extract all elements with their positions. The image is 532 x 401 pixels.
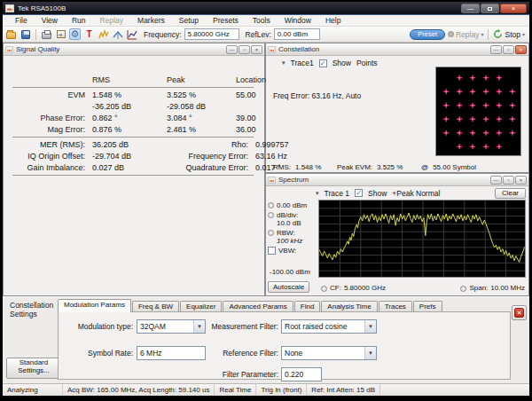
tek-app-icon <box>5 4 14 12</box>
cf-spinner-icon[interactable] <box>321 286 327 292</box>
detector-label[interactable]: +Peak Normal <box>392 189 440 198</box>
signal-quality-titlebar[interactable]: Signal Quality — ▫ × <box>4 43 264 56</box>
status-bar: Analyzing Acq BW: 165.00 MHz, Acq Length… <box>3 383 529 396</box>
stop-refresh-icon <box>493 29 503 39</box>
trigger-icon[interactable]: T <box>83 28 95 40</box>
panel-minimize-button[interactable]: — <box>490 45 502 54</box>
ref-level-spinner-icon[interactable] <box>268 202 274 208</box>
cf-value[interactable]: 5.80000 GHz <box>344 284 386 292</box>
rms-label: RMS: <box>273 163 291 171</box>
dropdown-arrow-icon: ▼ <box>364 320 376 333</box>
rbw-spinner-icon[interactable] <box>268 230 274 236</box>
symbol-rate-input[interactable]: 6 MHz <box>137 346 206 360</box>
constellation-title: Constellation <box>278 45 319 53</box>
reference-filter-select[interactable]: None ▼ <box>281 346 377 360</box>
vbw-checkbox[interactable]: ✓ <box>268 247 276 255</box>
dbdiv-spinner-icon[interactable] <box>268 212 274 218</box>
panel-maximize-button[interactable]: ▫ <box>503 45 514 54</box>
panel-maximize-button[interactable]: ▫ <box>503 176 514 185</box>
status-acq: Acq BW: 165.00 MHz, Acq Length: 59.140 u… <box>63 384 215 396</box>
span-value[interactable]: 10.00 MHz <box>490 284 525 292</box>
trace-selector[interactable]: Trace 1 <box>325 189 350 198</box>
panel-icon <box>268 177 276 184</box>
toolbar-separator <box>35 29 36 40</box>
tab-modulation-params[interactable]: Modulation Params <box>58 299 131 312</box>
stop-dropdown-icon[interactable]: ▾ <box>522 31 525 37</box>
menu-tools[interactable]: Tools <box>246 16 278 25</box>
menu-presets[interactable]: Presets <box>206 16 246 25</box>
trace-selector[interactable]: Trace1 <box>291 59 314 67</box>
top-ref-value[interactable]: 0.00 dBm <box>277 201 307 209</box>
main-area: Signal Quality — ▫ × RMS Peak Location <box>3 43 529 296</box>
constellation-footer: RMS: 1.548 % Peak EVM: 3.525 % @ 55.00 S… <box>273 163 525 171</box>
chevron-down-icon[interactable]: ▾ <box>316 190 319 197</box>
filter-parameter-label: Filter Parameter: <box>200 370 278 379</box>
menu-markers[interactable]: Markers <box>130 16 172 25</box>
settings-gear-icon[interactable]: ⚙ <box>69 28 81 40</box>
restore-button[interactable] <box>481 4 499 13</box>
stop-button[interactable]: Stop ▾ <box>493 29 525 39</box>
settings-panel-label: Constellation Settings <box>10 301 58 318</box>
constellation-plot[interactable] <box>435 67 521 156</box>
frequency-input[interactable]: 5.80000 GHz <box>184 28 239 40</box>
reflev-input[interactable]: 0.00 dBm <box>274 28 320 40</box>
menu-window[interactable]: Window <box>278 16 318 25</box>
menu-bar: File View Run Replay Markers Setup Prese… <box>3 15 529 27</box>
menu-run[interactable]: Run <box>65 16 93 25</box>
status-realtime: Real Time <box>215 384 256 396</box>
menu-view[interactable]: View <box>35 16 65 25</box>
table-row: EVM 1.548 % 3.525 % 55.00 -36.205 dB -29… <box>12 90 254 134</box>
title-bar: Tek RSA5100B — × <box>3 2 529 15</box>
spectrum-display-icon[interactable] <box>98 28 109 40</box>
close-settings-button[interactable]: × <box>512 305 527 320</box>
show-checkbox[interactable]: ✓ <box>355 189 363 197</box>
dbdiv-value[interactable]: 10.0 dB <box>277 219 301 227</box>
menu-help[interactable]: Help <box>318 16 348 25</box>
print-icon[interactable] <box>41 28 52 40</box>
panel-minimize-button[interactable]: — <box>490 176 502 185</box>
points-label[interactable]: Points <box>356 59 378 67</box>
modulation-type-select[interactable]: 32QAM ▼ <box>137 319 206 334</box>
modulation-type-label: Modulation type: <box>59 322 133 331</box>
panel-close-button[interactable]: × <box>251 45 262 54</box>
col-peak: Peak <box>167 75 236 84</box>
chevron-down-icon[interactable]: ▾ <box>282 59 286 67</box>
span-spinner-icon[interactable] <box>460 286 466 292</box>
panel-icon <box>5 46 13 53</box>
open-window-icon[interactable] <box>55 28 66 40</box>
clear-button[interactable]: Clear <box>495 188 526 199</box>
panel-close-button[interactable]: × <box>515 176 527 185</box>
panel-close-button[interactable]: × <box>515 45 527 54</box>
show-label: Show <box>332 59 351 67</box>
rms-value: 1.548 % <box>295 163 321 171</box>
signal-quality-panel: Signal Quality — ▫ × RMS Peak Location <box>3 43 265 296</box>
replay-button: Replay ▾ <box>448 30 483 39</box>
divider <box>12 87 254 88</box>
constellation-titlebar[interactable]: Constellation — ▫ × <box>266 43 528 56</box>
analysis-icon[interactable] <box>126 28 137 40</box>
open-file-icon[interactable] <box>5 28 17 40</box>
spectrum-plot[interactable] <box>318 200 526 278</box>
menu-file[interactable]: File <box>8 16 35 25</box>
measurement-filter-select[interactable]: Root raised cosine ▼ <box>281 319 377 334</box>
constellation-panel: Constellation — ▫ × ▾ Trace1 ✓ Show Poin… <box>265 43 529 173</box>
vbw-label: VBW: <box>278 247 296 255</box>
app-window: Tek RSA5100B — × File View Run Replay Ma… <box>3 2 529 395</box>
peak-evm-value: 3.525 % <box>377 163 403 171</box>
save-icon[interactable] <box>20 28 31 40</box>
standard-settings-button[interactable]: Standard Settings... <box>6 358 61 379</box>
menu-setup[interactable]: Setup <box>172 16 206 25</box>
panel-minimize-button[interactable]: — <box>226 45 238 54</box>
minimize-button[interactable]: — <box>461 4 480 13</box>
spectrum-titlebar[interactable]: Spectrum — ▫ × <box>266 174 528 186</box>
measurement-filter-label: Measurement Filter: <box>200 322 278 331</box>
rbw-value[interactable]: 100 kHz <box>277 237 302 245</box>
close-button[interactable]: × <box>500 4 527 13</box>
show-checkbox[interactable]: ✓ <box>319 59 327 67</box>
autoscale-button[interactable]: Autoscale <box>268 281 309 293</box>
filter-parameter-input[interactable]: 0.220 <box>281 367 322 381</box>
panel-maximize-button[interactable]: ▫ <box>239 45 250 54</box>
marker-icon[interactable] <box>112 28 123 40</box>
preset-button[interactable]: Preset <box>410 29 445 40</box>
spectrum-title: Spectrum <box>278 176 309 184</box>
